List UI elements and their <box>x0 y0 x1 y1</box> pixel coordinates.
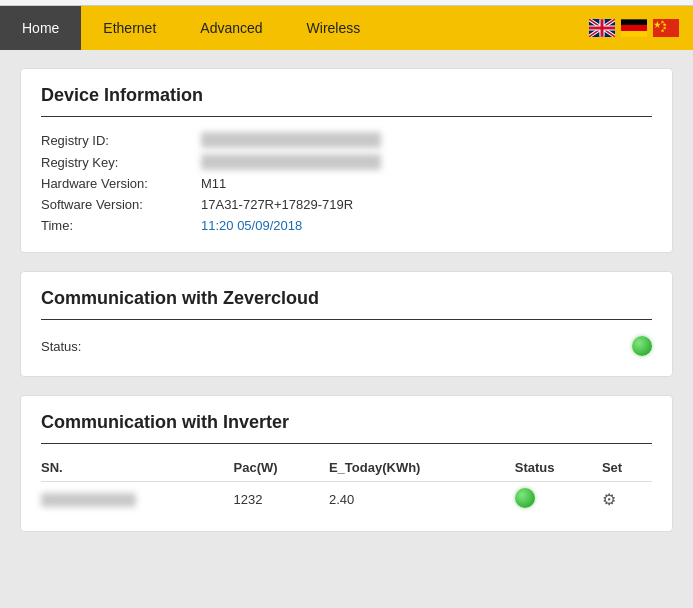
main-content: Device Information Registry ID: Registry… <box>0 50 693 608</box>
registry-id-row: Registry ID: <box>41 129 652 151</box>
inverter-set[interactable]: ⚙ <box>602 482 652 516</box>
device-info-title: Device Information <box>41 85 652 117</box>
zevercloud-status-label: Status: <box>41 339 201 354</box>
nav-advanced[interactable]: Advanced <box>178 6 284 50</box>
navbar: Home Ethernet Advanced Wireless <box>0 6 693 50</box>
software-version-label: Software Version: <box>41 197 201 212</box>
svg-rect-2 <box>621 25 647 31</box>
time-row: Time: 11:20 05/09/2018 <box>41 215 652 236</box>
inverter-etoday: 2.40 <box>329 482 515 516</box>
nav-home[interactable]: Home <box>0 6 81 50</box>
flag-germany[interactable] <box>621 19 647 37</box>
col-status: Status <box>515 456 602 482</box>
inverter-pac: 1232 <box>234 482 329 516</box>
nav-ethernet[interactable]: Ethernet <box>81 6 178 50</box>
col-set: Set <box>602 456 652 482</box>
inverter-table: SN. Pac(W) E_Today(KWh) Status Set 1232 … <box>41 456 652 515</box>
registry-id-label: Registry ID: <box>41 133 201 148</box>
time-label: Time: <box>41 218 201 233</box>
col-pac: Pac(W) <box>234 456 329 482</box>
inverter-status <box>515 482 602 516</box>
inverter-table-row: 1232 2.40 ⚙ <box>41 482 652 516</box>
inverter-table-header: SN. Pac(W) E_Today(KWh) Status Set <box>41 456 652 482</box>
zevercloud-title: Communication with Zevercloud <box>41 288 652 320</box>
inverter-sn <box>41 482 234 516</box>
software-version-value: 17A31-727R+17829-719R <box>201 197 353 212</box>
flag-china[interactable] <box>653 19 679 37</box>
device-info-card: Device Information Registry ID: Registry… <box>20 68 673 253</box>
registry-key-value <box>201 154 381 170</box>
col-etoday: E_Today(KWh) <box>329 456 515 482</box>
inverter-status-dot <box>515 488 535 508</box>
time-value: 11:20 05/09/2018 <box>201 218 302 233</box>
inverter-card: Communication with Inverter SN. Pac(W) E… <box>20 395 673 532</box>
registry-key-label: Registry Key: <box>41 155 201 170</box>
zevercloud-card: Communication with Zevercloud Status: <box>20 271 673 377</box>
hardware-version-value: M11 <box>201 176 226 191</box>
gear-icon[interactable]: ⚙ <box>602 491 616 508</box>
col-sn: SN. <box>41 456 234 482</box>
inverter-title: Communication with Inverter <box>41 412 652 444</box>
inverter-sn-blurred <box>41 493 136 507</box>
registry-key-row: Registry Key: <box>41 151 652 173</box>
nav-wireless[interactable]: Wireless <box>285 6 383 50</box>
nav-flags <box>589 19 693 37</box>
software-version-row: Software Version: 17A31-727R+17829-719R <box>41 194 652 215</box>
flag-uk[interactable] <box>589 19 615 37</box>
hardware-version-label: Hardware Version: <box>41 176 201 191</box>
hardware-version-row: Hardware Version: M11 <box>41 173 652 194</box>
registry-id-value <box>201 132 381 148</box>
zevercloud-status-row: Status: <box>41 332 652 360</box>
svg-rect-3 <box>621 31 647 37</box>
zevercloud-status-dot <box>632 336 652 356</box>
svg-rect-1 <box>621 19 647 25</box>
